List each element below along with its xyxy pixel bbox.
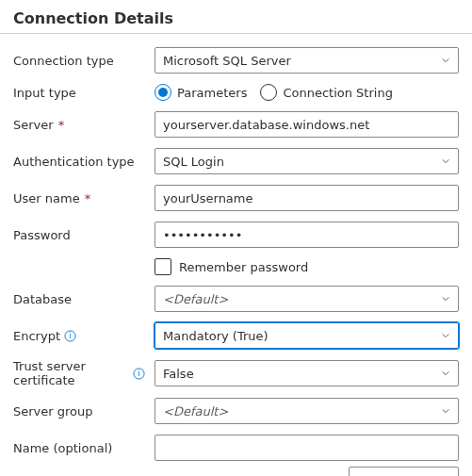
label-database: Database [13,292,145,306]
radio-parameters-label: Parameters [177,86,247,100]
auth-type-select[interactable]: SQL Login [155,148,459,174]
row-trust-cert: Trust server certificate i False [13,359,459,387]
row-password: Password [13,222,459,248]
info-icon[interactable]: i [64,330,76,342]
label-auth-type: Authentication type [13,155,145,169]
remember-password-checkbox[interactable] [155,258,171,275]
required-asterisk: * [58,118,65,132]
row-username: User name* [13,185,459,211]
advanced-row: Advanced... [0,461,472,476]
label-server-group: Server group [13,404,145,419]
row-encrypt: Encrypt i Mandatory (True) [13,322,459,349]
row-auth-type: Authentication type SQL Login [13,148,459,174]
label-server: Server* [13,118,145,132]
username-input[interactable] [155,185,459,211]
label-connection-type: Connection type [13,54,145,68]
svg-text:i: i [138,369,140,378]
radio-parameters[interactable]: Parameters [155,84,247,101]
svg-text:i: i [70,331,72,340]
radio-connection-string-label: Connection String [283,86,393,100]
row-server-group: Server group <Default> [13,398,459,424]
row-remember: Remember password [13,258,459,275]
form: Connection type Microsoft SQL Server Inp… [0,43,472,461]
label-password: Password [13,228,145,242]
row-name-optional: Name (optional) [13,435,459,461]
row-server: Server* [13,111,459,138]
advanced-button[interactable]: Advanced... [349,467,459,476]
radio-icon-unselected [260,84,277,101]
label-username: User name* [13,191,145,205]
database-select[interactable]: <Default> [155,286,459,312]
connection-type-select[interactable]: Microsoft SQL Server [155,47,459,74]
password-input[interactable] [155,222,459,248]
name-optional-input[interactable] [155,435,459,461]
row-input-type: Input type Parameters Connection String [13,84,459,101]
radio-icon-selected [155,84,171,101]
label-input-type: Input type [13,86,145,100]
divider [0,33,472,34]
label-encrypt: Encrypt i [13,329,145,343]
info-icon[interactable]: i [133,368,145,380]
remember-password-label: Remember password [179,260,308,274]
row-database: Database <Default> [13,286,459,312]
server-group-select[interactable]: <Default> [155,398,459,424]
required-asterisk: * [85,191,91,205]
label-trust-cert: Trust server certificate i [13,359,145,387]
trust-cert-select[interactable]: False [155,360,459,386]
radio-connection-string[interactable]: Connection String [260,84,393,101]
encrypt-select[interactable]: Mandatory (True) [155,322,459,349]
row-connection-type: Connection type Microsoft SQL Server [13,47,459,74]
server-input[interactable] [155,111,459,138]
section-title: Connection Details [0,0,472,27]
label-name-optional: Name (optional) [13,441,145,455]
